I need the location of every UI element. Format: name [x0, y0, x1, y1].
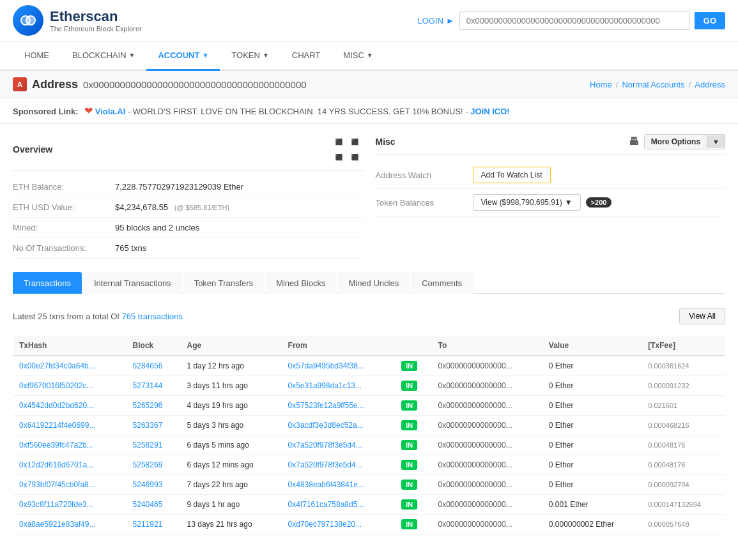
tx-fee: 0.000468216 [642, 416, 725, 435]
tx-total-link[interactable]: 765 transactions [122, 312, 183, 321]
from-link[interactable]: 0x7a520f978f3e5d4... [288, 460, 362, 469]
nav-account[interactable]: ACCOUNT ▼ [146, 42, 220, 71]
direction-badge: IN [401, 440, 417, 450]
tx-age: 6 days 12 mins ago [181, 455, 282, 475]
from-link[interactable]: 0x7a520f978f3e5d4... [288, 441, 362, 450]
more-options-btn[interactable]: More Options ▼ [644, 134, 725, 149]
overview-title: Overview [13, 144, 52, 155]
block-link[interactable]: 5258291 [133, 441, 163, 450]
col-to: To [431, 336, 542, 356]
token-balances-label: Token Balances [376, 198, 465, 208]
eth-usd-label: ETH USD Value: [13, 202, 115, 212]
tx-hash-link[interactable]: 0xa8ae5921e83af49... [19, 520, 95, 529]
table-row: 0xf9670016f50202c... 5273144 3 days 11 h… [13, 376, 725, 396]
tx-count-row: No Of Transactions: 765 txns [13, 238, 363, 259]
tx-value: 0 Ether [542, 416, 642, 435]
to-address: 0x00000000000000... [431, 416, 542, 435]
block-link[interactable]: 5263367 [133, 421, 163, 430]
from-link[interactable]: 0x57da9495bd34f38... [288, 361, 364, 370]
eth-rate: (@ $585.81/ETH) [174, 204, 229, 211]
mined-value: 95 blocks and 2 uncles [115, 223, 363, 232]
nav-blockchain[interactable]: BLOCKCHAIN ▼ [61, 42, 146, 71]
sponsored-label: Sponsored Link: [13, 107, 79, 116]
search-input[interactable] [459, 11, 689, 30]
mined-row: Mined: 95 blocks and 2 uncles [13, 218, 363, 238]
address-watch-row: Address Watch Add To Watch List [376, 162, 726, 189]
tx-hash-link[interactable]: 0x93c8f11a720fde3... [19, 500, 93, 509]
table-row: 0x93c8f11a720fde3... 5240465 9 days 1 hr… [13, 495, 725, 515]
from-link[interactable]: 0x3acdf3e3d8ec52a... [288, 421, 364, 430]
nav-home[interactable]: HOME [13, 42, 61, 71]
col-age: Age [181, 336, 282, 356]
tab-internal-transactions[interactable]: Internal Transactions [83, 272, 182, 294]
from-link[interactable]: 0x4838eab6f43841e... [288, 480, 364, 489]
token-balances-row: Token Balances View ($998,790,695.91) ▼ … [376, 189, 726, 216]
to-address: 0x00000000000000... [431, 356, 542, 376]
tx-age: 3 days 11 hrs ago [181, 376, 282, 396]
breadcrumb-normal-accounts[interactable]: Normal Accounts [622, 80, 684, 89]
token-count-badge: >200 [586, 197, 612, 208]
address-watch-label: Address Watch [376, 170, 465, 180]
col-block: Block [127, 336, 181, 356]
login-arrow-icon: ► [446, 16, 454, 26]
tx-fee: 0.000091232 [642, 376, 725, 396]
sponsored-cta[interactable]: JOIN ICO! [470, 107, 509, 116]
from-link[interactable]: 0x57523fe12a9ff55e... [288, 401, 364, 410]
tabs-bar: Transactions Internal Transactions Token… [13, 271, 725, 294]
tab-mined-blocks[interactable]: Mined Blocks [265, 272, 336, 294]
direction-badge: IN [401, 499, 417, 510]
breadcrumb-home[interactable]: Home [590, 80, 612, 89]
from-link[interactable]: 0x5e31a998da1c13... [288, 381, 362, 390]
tab-transactions[interactable]: Transactions [13, 272, 82, 294]
nav-token[interactable]: TOKEN ▼ [220, 42, 280, 71]
view-all-button[interactable]: View All [679, 308, 725, 324]
block-link[interactable]: 5284656 [133, 361, 163, 370]
panels: Overview ◾◾◾◾ ETH Balance: 7,228.7577029… [13, 134, 725, 259]
tx-hash-link[interactable]: 0xf9670016f50202c... [19, 381, 93, 390]
tx-hash-link[interactable]: 0x793bf07f45cb0fa8... [19, 480, 95, 489]
from-link[interactable]: 0x4f7161ca758a8d5... [288, 500, 364, 509]
block-link[interactable]: 5273144 [133, 381, 163, 390]
mined-label: Mined: [13, 223, 115, 232]
print-icon[interactable]: 🖶 [629, 136, 639, 148]
tx-hash-link[interactable]: 0x00e27fd34c0a64b... [19, 361, 95, 370]
sponsored-bar: Sponsored Link: ❤ Viola.AI - WORLD'S FIR… [0, 98, 738, 124]
col-empty [395, 336, 431, 356]
token-view-button[interactable]: View ($998,790,695.91) ▼ [473, 194, 581, 211]
direction-badge: IN [401, 480, 417, 490]
tx-count-value: 765 txns [115, 243, 363, 253]
block-link[interactable]: 5211921 [133, 520, 163, 529]
col-value: Value [542, 336, 642, 356]
tx-hash-link[interactable]: 0x12d2d616d6701a... [19, 460, 93, 469]
tx-hash-link[interactable]: 0x4542dd0d2bd620... [19, 401, 93, 410]
table-row: 0x4542dd0d2bd620... 5265296 4 days 19 hr… [13, 396, 725, 416]
block-link[interactable]: 5265296 [133, 401, 163, 410]
nav-chart[interactable]: CHART [281, 42, 332, 71]
tx-age: 9 days 1 hr ago [181, 495, 282, 515]
go-button[interactable]: GO [695, 12, 725, 29]
tab-mined-uncles[interactable]: Mined Uncles [337, 272, 410, 294]
block-link[interactable]: 5240465 [133, 500, 163, 509]
add-to-watch-list-button[interactable]: Add To Watch List [473, 167, 551, 183]
col-from: From [282, 336, 396, 356]
transactions-table: TxHash Block Age From To Value [TxFee] 0… [13, 336, 725, 534]
token-balances-value: View ($998,790,695.91) ▼ >200 [473, 194, 726, 211]
sponsored-text: - WORLD'S FIRST: LOVE ON THE BLOCKCHAIN.… [128, 107, 470, 116]
login-link[interactable]: LOGIN ► [417, 16, 454, 26]
table-row: 0x12d2d616d6701a... 5258269 6 days 12 mi… [13, 455, 725, 475]
tab-comments[interactable]: Comments [411, 272, 473, 294]
tx-value: 0 Ether [542, 475, 642, 495]
qr-icon[interactable]: ◾◾◾◾ [331, 134, 363, 165]
from-link[interactable]: 0xd70ec797138e20... [288, 520, 362, 529]
top-right: LOGIN ► GO [417, 11, 725, 30]
sponsored-brand[interactable]: Viola.AI [95, 107, 125, 116]
block-link[interactable]: 5246993 [133, 480, 163, 489]
tx-hash-link[interactable]: 0x64192214f4e0699... [19, 421, 95, 430]
nav-misc[interactable]: MISC ▼ [332, 42, 384, 71]
tx-age: 13 days 21 hrs ago [181, 515, 282, 534]
block-link[interactable]: 5258269 [133, 460, 163, 469]
tab-token-transfers[interactable]: Token Transfers [183, 272, 265, 294]
tx-hash-link[interactable]: 0xf560ee39fc47a2b... [19, 441, 93, 450]
breadcrumb-address[interactable]: Address [695, 80, 725, 89]
blockchain-caret-icon: ▼ [129, 52, 135, 59]
